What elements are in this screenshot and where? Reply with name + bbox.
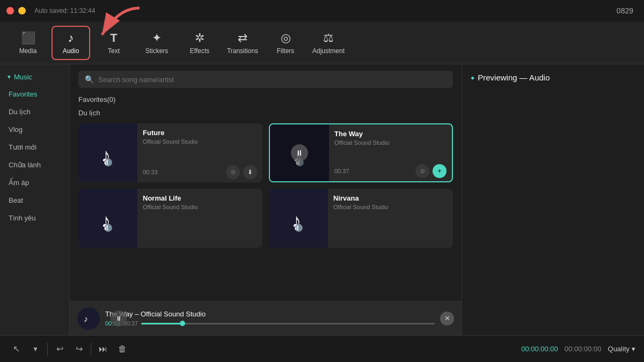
search-input[interactable] — [98, 76, 447, 84]
toolbar-item-media[interactable]: ⬛ Media — [9, 26, 47, 60]
cursor-tool-button[interactable]: ↖ — [9, 342, 24, 357]
media-icon: ⬛ — [21, 31, 35, 45]
sidebar-item-beat[interactable]: Beat — [0, 191, 69, 209]
traffic-light-red[interactable] — [6, 7, 14, 14]
toolbar-label-adjustment: Adjustment — [312, 47, 345, 55]
toolbar-label-stickers: Stickers — [145, 47, 169, 55]
du-lich-label: Du lịch — [70, 106, 462, 119]
now-playing-bar: ♪ ⏸ The Way – Official Sound Studio 00:0… — [70, 301, 462, 335]
statusbar-divider-2 — [91, 343, 91, 356]
quality-chevron-icon: ▾ — [632, 345, 635, 353]
np-close-button[interactable]: ✕ — [440, 312, 454, 326]
toolbar-label-transitions: Transitions — [227, 47, 258, 55]
statusbar: ↖ ▼ ↩ ↪ ⏭ 🗑 00:00:00:00 00:00:00:00 Qual… — [0, 335, 644, 362]
content-panel: 🔍 Favorites(0) Du lịch ♪ d — [70, 64, 462, 335]
np-thumb: ♪ — [77, 307, 100, 330]
music-thumb-future: ♪ d — [78, 123, 137, 182]
svg-text:♪: ♪ — [84, 314, 88, 323]
toolbar-label-media: Media — [19, 47, 37, 55]
np-pause-button[interactable]: ⏸ — [111, 311, 127, 327]
quality-label: Quality — [608, 345, 630, 353]
time-current: 00:00:00:00 — [521, 345, 558, 353]
undo-button[interactable]: ↩ — [52, 342, 67, 357]
music-sub-normal-life: Official Sound Studio — [143, 203, 257, 211]
toolbar: ⬛ Media ♪ Audio T Text ✦ Stickers ✲ Effe… — [0, 21, 644, 64]
toolbar-item-transitions[interactable]: ⇄ Transitions — [223, 26, 262, 60]
sidebar-item-tinh-yeu[interactable]: Tình yêu — [0, 209, 69, 227]
music-title-the-way: The Way — [334, 130, 447, 138]
statusbar-divider-1 — [47, 343, 48, 356]
titlebar: Auto saved: 11:32:44 0829 — [0, 0, 644, 21]
transitions-icon: ⇄ — [238, 31, 247, 45]
music-card-future[interactable]: ♪ d Future Official Sound Studio 00:33 — [78, 123, 262, 182]
project-number: 0829 — [617, 6, 633, 15]
music-actions-the-way: ☆ + — [415, 164, 447, 178]
sidebar-item-favorites[interactable]: Favorites — [0, 85, 69, 103]
sidebar-section-music[interactable]: ▼ Music — [0, 69, 69, 85]
music-sub-nirvana: Official Sound Studio — [333, 203, 448, 211]
music-title-normal-life: Normal Life — [143, 194, 257, 202]
toolbar-item-effects[interactable]: ✲ Effects — [180, 26, 219, 60]
toolbar-label-filters: Filters — [277, 47, 295, 55]
chevron-down-button[interactable]: ▼ — [28, 342, 43, 357]
toolbar-item-text[interactable]: T Text — [94, 26, 133, 60]
music-sub-future: Official Sound Studio — [143, 138, 257, 145]
toolbar-label-audio: Audio — [63, 47, 79, 55]
music-thumb-nirvana: ♪ d — [269, 189, 328, 248]
live-dot: ● — [471, 74, 474, 82]
np-progress-track[interactable] — [141, 323, 435, 324]
previewing-label: ● Previewing — Audio — [471, 73, 635, 82]
favorite-btn-future[interactable]: ☆ — [226, 165, 240, 179]
music-info-nirvana: Nirvana Official Sound Studio — [328, 189, 453, 248]
music-thumb-the-way: ♪ d ⏸ — [270, 124, 329, 181]
music-info-future: Future Official Sound Studio 00:33 ☆ ⬇ — [137, 123, 262, 182]
text-icon: T — [110, 31, 117, 45]
main-area: ▼ Music Favorites Du lịch Vlog Tươi mới … — [0, 64, 644, 335]
redo-button[interactable]: ↪ — [71, 342, 86, 357]
add-btn-the-way[interactable]: + — [433, 164, 447, 178]
filters-icon: ◎ — [281, 31, 291, 45]
music-footer-the-way: 00:37 ☆ + — [334, 164, 447, 178]
pause-btn-the-way[interactable]: ⏸ — [291, 144, 308, 161]
sidebar-item-tuoi-moi[interactable]: Tươi mới — [0, 138, 69, 156]
music-actions-future: ☆ ⬇ — [226, 165, 257, 179]
sidebar-item-du-lich[interactable]: Du lịch — [0, 103, 69, 121]
split-button[interactable]: ⏭ — [96, 342, 111, 357]
audio-icon: ♪ — [68, 31, 74, 45]
toolbar-item-filters[interactable]: ◎ Filters — [266, 26, 305, 60]
search-icon: 🔍 — [85, 75, 94, 84]
music-card-normal-life[interactable]: ♪ d Normal Life Official Sound Studio — [78, 189, 262, 248]
favorite-btn-the-way[interactable]: ☆ — [415, 164, 429, 178]
time-total: 00:00:00:00 — [565, 345, 602, 353]
toolbar-item-adjustment[interactable]: ⚖ Adjustment — [309, 26, 348, 60]
right-panel: ● Previewing — Audio — [462, 64, 644, 335]
music-info-normal-life: Normal Life Official Sound Studio — [137, 189, 262, 248]
sidebar-item-chua-lanh[interactable]: Chữa lành — [0, 156, 69, 174]
quality-button[interactable]: Quality ▾ — [608, 345, 635, 353]
favorites-label: Favorites(0) — [70, 92, 462, 106]
music-duration-future: 00:33 — [143, 169, 158, 175]
sidebar-item-vlog[interactable]: Vlog — [0, 121, 69, 138]
np-info: The Way – Official Sound Studio 00:03 00… — [105, 310, 435, 327]
delete-button[interactable]: 🗑 — [115, 342, 130, 357]
sidebar-item-am-ap[interactable]: Ấm áp — [0, 174, 69, 191]
np-progress-dot — [180, 321, 185, 326]
search-bar[interactable]: 🔍 — [78, 71, 453, 88]
music-title-future: Future — [143, 129, 257, 137]
autosave-label: Auto saved: 11:32:44 — [34, 7, 95, 14]
toolbar-item-audio[interactable]: ♪ Audio — [52, 26, 90, 60]
svg-text:d: d — [295, 224, 298, 232]
toolbar-item-stickers[interactable]: ✦ Stickers — [137, 26, 176, 60]
chevron-down-icon: ▼ — [6, 74, 12, 80]
adjustment-icon: ⚖ — [323, 31, 334, 45]
np-title: The Way – Official Sound Studio — [105, 310, 435, 318]
np-progress-fill — [141, 323, 182, 324]
music-card-the-way[interactable]: ♪ d ⏸ The Way Official Sound Studio — [269, 123, 453, 182]
np-progress-row: 00:03 00:37 — [105, 320, 435, 327]
music-card-nirvana[interactable]: ♪ d Nirvana Official Sound Studio — [269, 189, 453, 248]
traffic-light-yellow[interactable] — [18, 7, 26, 14]
download-btn-future[interactable]: ⬇ — [243, 165, 257, 179]
music-info-the-way: The Way Official Sound Studio 00:37 ☆ + — [329, 124, 452, 181]
music-sub-the-way: Official Sound Studio — [334, 139, 447, 146]
previewing-text: Previewing — Audio — [478, 73, 550, 82]
